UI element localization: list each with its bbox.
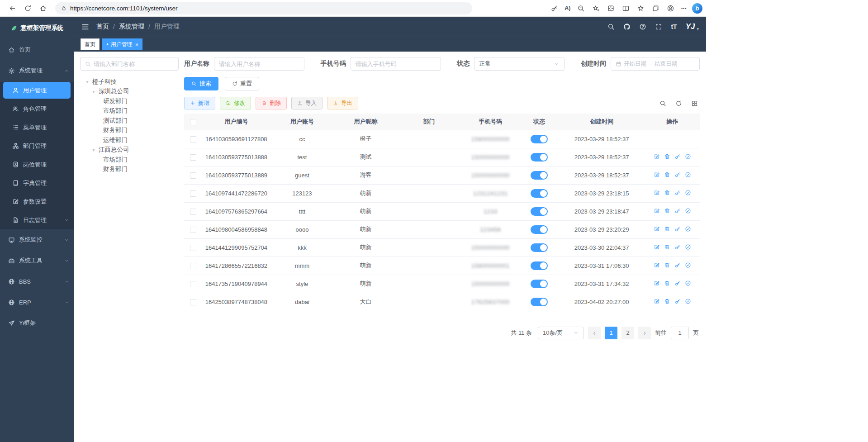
tree-node-9[interactable]: 财务部门 xyxy=(80,165,179,175)
tree-caret-icon[interactable]: ▾ xyxy=(90,147,97,152)
row-checkbox[interactable] xyxy=(190,209,196,215)
help-icon[interactable] xyxy=(639,23,646,30)
row-checkbox[interactable] xyxy=(190,281,196,287)
password-key-icon[interactable] xyxy=(547,2,561,15)
date-range-picker[interactable]: 开始日期 - 结束日期 xyxy=(611,57,700,71)
row-reset-password-icon[interactable] xyxy=(674,244,681,250)
tree-caret-icon[interactable]: ▾ xyxy=(84,79,90,84)
browser-refresh-icon[interactable] xyxy=(21,2,34,15)
status-toggle[interactable] xyxy=(531,225,548,234)
row-checkbox[interactable] xyxy=(190,299,196,305)
address-bar[interactable]: https://ccnetcore.com:1101/system/user xyxy=(55,2,472,14)
tree-node-4[interactable]: 测试部门 xyxy=(80,116,179,126)
status-toggle[interactable] xyxy=(531,189,548,198)
sidebar-item-post-mgmt[interactable]: 岗位管理 xyxy=(0,155,74,174)
status-toggle[interactable] xyxy=(531,153,548,162)
row-reset-password-icon[interactable] xyxy=(674,190,681,196)
tree-node-1[interactable]: ▾深圳总公司 xyxy=(80,87,179,97)
row-delete-icon[interactable] xyxy=(664,190,670,196)
sidebar-item-system-tools[interactable]: 系统工具 xyxy=(0,250,74,271)
tree-node-6[interactable]: 运维部门 xyxy=(80,135,179,145)
reset-button[interactable]: 重置 xyxy=(225,77,259,90)
row-reset-password-icon[interactable] xyxy=(674,280,681,286)
row-delete-icon[interactable] xyxy=(664,262,670,268)
tree-node-8[interactable]: 市场部门 xyxy=(80,155,179,165)
phone-input[interactable] xyxy=(356,61,436,67)
next-page-button[interactable]: › xyxy=(638,327,651,339)
sidebar-item-system-mgmt[interactable]: 系统管理 xyxy=(0,60,74,81)
row-edit-icon[interactable] xyxy=(654,226,660,232)
row-assign-role-icon[interactable] xyxy=(685,153,691,160)
row-assign-role-icon[interactable] xyxy=(685,171,691,178)
export-button[interactable]: 导出 xyxy=(327,97,358,109)
row-delete-icon[interactable] xyxy=(664,208,670,214)
split-screen-icon[interactable] xyxy=(619,2,633,15)
status-toggle[interactable] xyxy=(531,298,548,306)
font-size-icon[interactable]: tT xyxy=(671,23,677,30)
username-input[interactable] xyxy=(219,61,299,67)
sidebar-item-role-mgmt[interactable]: 角色管理 xyxy=(0,100,74,118)
browser-home-icon[interactable] xyxy=(36,2,50,15)
tab-close-icon[interactable]: × xyxy=(135,41,139,48)
row-assign-role-icon[interactable] xyxy=(685,298,691,304)
tree-node-3[interactable]: 市场部门 xyxy=(80,106,179,116)
select-all-checkbox[interactable] xyxy=(190,119,196,125)
read-aloud-icon[interactable]: A) xyxy=(562,2,573,15)
header-search-icon[interactable] xyxy=(607,23,615,30)
sidebar-item-menu-mgmt[interactable]: 菜单管理 xyxy=(0,118,74,137)
github-icon[interactable] xyxy=(623,23,631,30)
browser-profile-icon[interactable] xyxy=(664,2,678,15)
row-edit-icon[interactable] xyxy=(654,244,660,250)
page-button-1[interactable]: 1 xyxy=(605,327,617,339)
import-button[interactable]: 导入 xyxy=(291,97,323,109)
row-checkbox[interactable] xyxy=(190,154,196,161)
avatar[interactable]: YJ ▾ xyxy=(686,22,699,31)
status-toggle[interactable] xyxy=(531,280,548,288)
row-assign-role-icon[interactable] xyxy=(685,262,691,268)
tree-node-7[interactable]: ▾江西总公司 xyxy=(80,145,179,155)
row-delete-icon[interactable] xyxy=(664,244,670,250)
tab-user-mgmt[interactable]: ●用户管理× xyxy=(102,38,142,50)
row-reset-password-icon[interactable] xyxy=(674,208,681,214)
row-checkbox[interactable] xyxy=(190,172,196,179)
sidebar-item-user-mgmt[interactable]: 用户管理 xyxy=(3,82,71,99)
row-assign-role-icon[interactable] xyxy=(685,190,691,196)
column-settings-icon[interactable] xyxy=(691,100,698,107)
refresh-table-icon[interactable] xyxy=(675,100,682,107)
sidebar-item-home[interactable]: 首页 xyxy=(0,39,74,60)
sidebar-item-log-mgmt[interactable]: 日志管理 xyxy=(0,211,74,229)
tree-node-2[interactable]: 研发部门 xyxy=(80,96,179,106)
extensions-icon[interactable] xyxy=(604,2,618,15)
tree-node-0[interactable]: ▾橙子科技 xyxy=(80,77,179,87)
row-delete-icon[interactable] xyxy=(664,153,670,160)
status-toggle[interactable] xyxy=(531,171,548,180)
row-checkbox[interactable] xyxy=(190,227,196,233)
hamburger-icon[interactable] xyxy=(81,23,90,31)
add-favorite-icon[interactable] xyxy=(589,2,603,15)
sidebar-item-system-monitor[interactable]: 系统监控 xyxy=(0,229,74,250)
page-button-2[interactable]: 2 xyxy=(621,327,634,339)
status-toggle[interactable] xyxy=(531,261,548,270)
sidebar-item-dict-mgmt[interactable]: 字典管理 xyxy=(0,174,74,192)
sidebar-item-bbs[interactable]: BBS xyxy=(0,271,74,292)
row-assign-role-icon[interactable] xyxy=(685,208,691,214)
search-button[interactable]: 搜索 xyxy=(184,77,218,90)
row-reset-password-icon[interactable] xyxy=(674,262,681,268)
copilot-icon[interactable]: b xyxy=(692,3,702,14)
row-checkbox[interactable] xyxy=(190,190,196,197)
status-select[interactable]: 正常 xyxy=(474,57,564,71)
row-edit-icon[interactable] xyxy=(654,262,660,268)
goto-page-input[interactable] xyxy=(671,329,688,336)
sidebar-item-erp[interactable]: ERP xyxy=(0,292,74,313)
row-reset-password-icon[interactable] xyxy=(674,171,681,178)
row-edit-icon[interactable] xyxy=(654,208,660,214)
tree-node-5[interactable]: 财务部门 xyxy=(80,126,179,136)
dept-search-input[interactable] xyxy=(94,61,174,67)
edit-button[interactable]: 修改 xyxy=(220,97,251,109)
toggle-search-icon[interactable] xyxy=(659,100,666,107)
row-checkbox[interactable] xyxy=(190,263,196,269)
row-delete-icon[interactable] xyxy=(664,226,670,232)
tab-home[interactable]: 首页 xyxy=(81,38,100,50)
zoom-icon[interactable] xyxy=(574,2,588,15)
tree-caret-icon[interactable]: ▾ xyxy=(90,89,97,94)
